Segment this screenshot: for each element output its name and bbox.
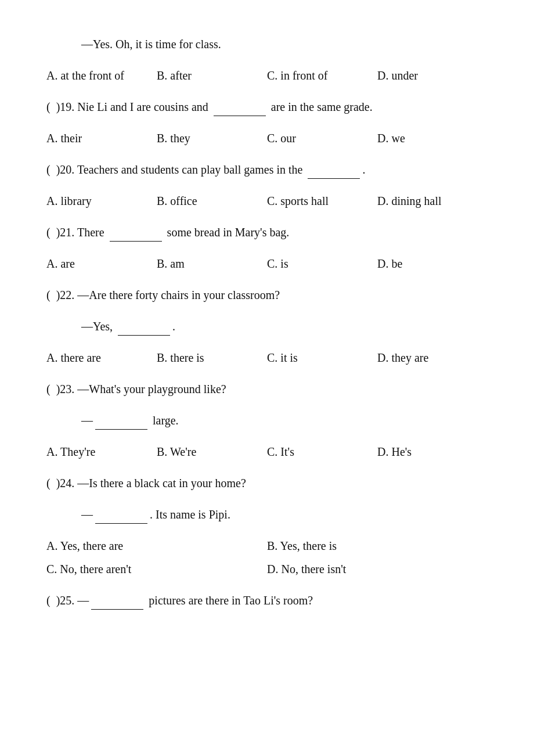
option-d: D. under xyxy=(377,66,488,85)
q22-options: A. there are B. there is C. it is D. the… xyxy=(46,348,488,367)
q23-line: ( )23. —What's your playground like? xyxy=(46,380,488,398)
option-d: D. be xyxy=(377,254,488,273)
option-c: C. in front of xyxy=(267,66,377,85)
q24-reply-text: —. Its name is Pipi. xyxy=(81,508,230,521)
q24-options-cd: C. No, there aren't D. No, there isn't xyxy=(46,560,488,578)
blank-20 xyxy=(308,178,360,179)
q23-reply: — large. xyxy=(46,411,488,430)
q20-text: ( )20. Teachers and students can play ba… xyxy=(46,163,365,176)
blank-24 xyxy=(95,523,147,524)
blank-23 xyxy=(95,429,147,430)
option-c: C. it is xyxy=(267,348,377,367)
reply-line: —Yes. Oh, it is time for class. xyxy=(46,35,488,53)
q23-options: A. They're B. We're C. It's D. He's xyxy=(46,442,488,461)
option-a: A. at the front of xyxy=(46,66,157,85)
q22-reply: —Yes, . xyxy=(46,317,488,336)
q22-line: ( )22. —Are there forty chairs in your c… xyxy=(46,286,488,304)
option-c: C. is xyxy=(267,254,377,273)
option-b: B. there is xyxy=(157,348,267,367)
q24-reply: —. Its name is Pipi. xyxy=(46,505,488,524)
option-d: D. they are xyxy=(377,348,488,367)
q19-text: ( )19. Nie Li and I are cousins and are … xyxy=(46,100,373,113)
option-a: A. there are xyxy=(46,348,157,367)
option-b: B. they xyxy=(157,129,267,147)
option-d: D. He's xyxy=(377,442,488,461)
q25-line: ( )25. — pictures are there in Tao Li's … xyxy=(46,591,488,610)
blank-25 xyxy=(91,609,143,610)
reply-text: —Yes. Oh, it is time for class. xyxy=(81,38,221,51)
q25-text: ( )25. — pictures are there in Tao Li's … xyxy=(46,594,313,607)
option-a: A. are xyxy=(46,254,157,273)
q24-line: ( )24. —Is there a black cat in your hom… xyxy=(46,474,488,492)
q23-reply-text: — large. xyxy=(81,414,179,427)
option-b: B. Yes, there is xyxy=(267,537,488,555)
option-d: D. we xyxy=(377,129,488,147)
option-b: B. am xyxy=(157,254,267,273)
option-d: D. No, there isn't xyxy=(267,560,488,578)
blank-19 xyxy=(214,116,266,116)
option-a: A. their xyxy=(46,129,157,147)
option-a: A. library xyxy=(46,192,157,210)
option-b: B. We're xyxy=(157,442,267,461)
content-area: —Yes. Oh, it is time for class. A. at th… xyxy=(46,35,488,610)
q21-line: ( )21. There some bread in Mary's bag. xyxy=(46,223,488,242)
q19-line: ( )19. Nie Li and I are cousins and are … xyxy=(46,98,488,116)
q22-reply-text: —Yes, . xyxy=(81,320,175,333)
q24-options-ab: A. Yes, there are B. Yes, there is xyxy=(46,537,488,555)
option-d: D. dining hall xyxy=(377,192,488,210)
option-a: A. They're xyxy=(46,442,157,461)
option-a: A. Yes, there are xyxy=(46,537,267,555)
option-c: C. sports hall xyxy=(267,192,377,210)
q18-options: A. at the front of B. after C. in front … xyxy=(46,66,488,85)
q20-options: A. library B. office C. sports hall D. d… xyxy=(46,192,488,210)
blank-21 xyxy=(110,241,162,242)
blank-22 xyxy=(118,335,170,336)
option-b: B. after xyxy=(157,66,267,85)
q20-line: ( )20. Teachers and students can play ba… xyxy=(46,160,488,179)
q23-text: ( )23. —What's your playground like? xyxy=(46,383,226,395)
option-b: B. office xyxy=(157,192,267,210)
option-c: C. It's xyxy=(267,442,377,461)
option-c: C. our xyxy=(267,129,377,147)
q19-options: A. their B. they C. our D. we xyxy=(46,129,488,147)
q21-options: A. are B. am C. is D. be xyxy=(46,254,488,273)
q21-text: ( )21. There some bread in Mary's bag. xyxy=(46,226,289,239)
q22-text: ( )22. —Are there forty chairs in your c… xyxy=(46,289,280,301)
option-c: C. No, there aren't xyxy=(46,560,267,578)
q24-text: ( )24. —Is there a black cat in your hom… xyxy=(46,477,246,489)
